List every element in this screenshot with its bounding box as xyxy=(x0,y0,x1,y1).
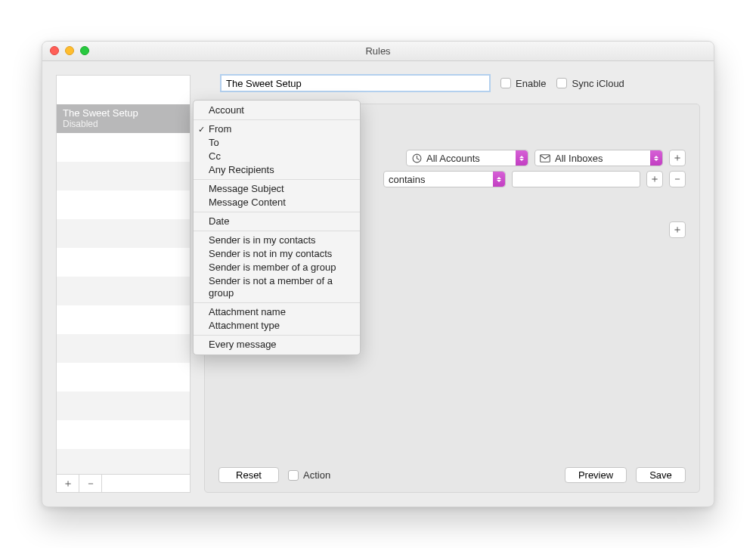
rules-window: Rules The Sweet Setup Disabled ＋ － xyxy=(42,41,714,507)
conditions-panel: Account From To Cc Any Recipients Messag… xyxy=(204,104,700,493)
menu-item-sender-in-contacts[interactable]: Sender is in my contacts xyxy=(194,234,360,247)
operator-popup[interactable]: contains xyxy=(383,171,506,187)
clock-icon xyxy=(411,153,422,163)
checkbox-icon xyxy=(500,78,511,88)
add-condition-button[interactable]: ＋ xyxy=(646,171,663,187)
rule-name-input[interactable] xyxy=(221,75,490,91)
condition-row: contains ＋ － xyxy=(383,171,686,187)
checkbox-icon xyxy=(288,470,299,481)
remove-rule-button[interactable]: － xyxy=(79,475,102,492)
menu-item-every-message[interactable]: Every message xyxy=(194,338,360,351)
condition-rows: All Accounts All Inboxes ＋ xyxy=(383,150,686,187)
menu-item-attachment-type[interactable]: Attachment type xyxy=(194,319,360,333)
sync-icloud-label: Sync iCloud xyxy=(572,78,624,89)
stepper-arrows-icon xyxy=(650,150,662,166)
remove-condition-button[interactable]: － xyxy=(669,171,686,187)
menu-item-message-subject[interactable]: Message Subject xyxy=(194,182,360,196)
menu-item-from[interactable]: From xyxy=(194,122,360,136)
preview-button[interactable]: Preview xyxy=(565,467,627,483)
rule-item[interactable]: The Sweet Setup Disabled xyxy=(57,104,190,133)
reset-button[interactable]: Reset xyxy=(218,467,279,483)
rule-item-title: The Sweet Setup xyxy=(63,108,184,119)
panel-footer: Reset Action Preview Save xyxy=(218,467,686,483)
action-checkbox[interactable]: Action xyxy=(288,469,330,481)
menu-item-message-content[interactable]: Message Content xyxy=(194,196,360,209)
add-rule-button[interactable]: ＋ xyxy=(57,475,79,492)
mailbox-icon xyxy=(540,153,550,163)
rules-list[interactable]: The Sweet Setup Disabled xyxy=(56,75,191,475)
accounts-popup-label: All Accounts xyxy=(426,153,480,164)
mailboxes-popup[interactable]: All Inboxes xyxy=(534,150,663,166)
mailboxes-popup-label: All Inboxes xyxy=(555,153,603,164)
rule-editor: Enable Sync iCloud Account From To Cc An… xyxy=(204,75,700,493)
window-title: Rules xyxy=(365,45,390,57)
menu-item-sender-not-in-contacts[interactable]: Sender is not in my contacts xyxy=(194,247,360,261)
content-area: The Sweet Setup Disabled ＋ － Enable xyxy=(42,61,714,506)
rule-item-status: Disabled xyxy=(63,119,184,130)
sidebar-footer: ＋ － xyxy=(56,475,191,493)
menu-item-to[interactable]: To xyxy=(194,136,360,150)
sidebar: The Sweet Setup Disabled ＋ － xyxy=(56,75,191,493)
save-button[interactable]: Save xyxy=(636,467,686,483)
action-label: Action xyxy=(303,469,330,481)
zoom-window-button[interactable] xyxy=(80,46,89,55)
minimize-window-button[interactable] xyxy=(65,46,74,55)
operator-popup-label: contains xyxy=(389,174,425,185)
menu-item-sender-member-group[interactable]: Sender is member of a group xyxy=(194,261,360,274)
checkbox-icon xyxy=(556,78,567,88)
menu-item-any-recipients[interactable]: Any Recipients xyxy=(194,163,360,177)
enable-checkbox[interactable]: Enable xyxy=(500,78,546,89)
sync-icloud-checkbox[interactable]: Sync iCloud xyxy=(556,78,624,89)
accounts-popup[interactable]: All Accounts xyxy=(406,150,528,166)
menu-item-cc[interactable]: Cc xyxy=(194,150,360,163)
menu-item-sender-not-member-group[interactable]: Sender is not a member of a group xyxy=(194,274,360,300)
traffic-lights xyxy=(50,46,89,55)
enable-label: Enable xyxy=(516,78,546,89)
condition-value-input[interactable] xyxy=(512,171,640,187)
titlebar: Rules xyxy=(42,42,714,61)
menu-item-account[interactable]: Account xyxy=(194,104,360,117)
stepper-arrows-icon xyxy=(493,172,505,187)
menu-item-date[interactable]: Date xyxy=(194,215,360,228)
condition-field-menu[interactable]: Account From To Cc Any Recipients Messag… xyxy=(193,100,361,355)
close-window-button[interactable] xyxy=(50,46,59,55)
condition-row: All Accounts All Inboxes ＋ xyxy=(383,150,686,166)
menu-item-attachment-name[interactable]: Attachment name xyxy=(194,305,360,319)
add-condition-button[interactable]: ＋ xyxy=(669,150,686,166)
add-action-button[interactable]: ＋ xyxy=(669,221,686,238)
stepper-arrows-icon xyxy=(516,150,528,166)
